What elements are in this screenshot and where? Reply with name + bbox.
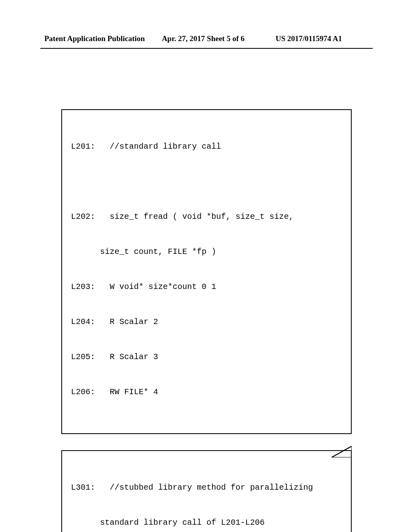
header-date: Apr. 27, 2017 Sheet 5 of 6 [154,34,244,43]
code-line: L203: W void* size*count 0 1 [71,281,342,293]
code-box-1: L201: //standard library call L202: size… [61,109,352,434]
code-line: L301: //stubbed library method for paral… [71,482,342,493]
header-right: US 2017/0115974 A1 [253,34,342,43]
code-line: L201: //standard library call [71,141,342,152]
page-header: Patent Application Publication Apr. 27, … [0,0,413,47]
code-line: size_t count, FILE *fp ) [71,246,342,258]
header-left: Patent Application Publication [44,34,145,43]
code-line: L206: RW FILE* 4 [71,386,342,398]
page-corner-icon [332,423,352,434]
code-box-2: L301: //stubbed library method for paral… [61,450,352,532]
code-line: L204: R Scalar 2 [71,316,342,328]
code-line: standard library call of L201-L206 [71,517,342,528]
header-rule [40,48,373,49]
code-line: L205: R Scalar 3 [71,351,342,363]
code-line [71,176,342,187]
code-line: L202: size_t fread ( void *buf, size_t s… [71,211,342,222]
